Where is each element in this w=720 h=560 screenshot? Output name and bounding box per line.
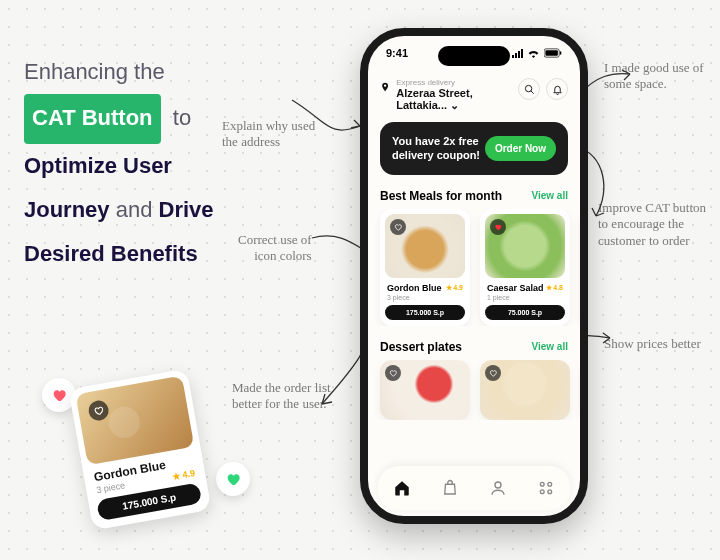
dessert-row[interactable] (368, 360, 580, 420)
meals-row[interactable]: Gordon Blue★4.9 3 piece 175.000 S.p Caes… (368, 209, 580, 326)
section-title-dessert: Dessert plates (380, 340, 462, 354)
status-time: 9:41 (386, 47, 408, 59)
meal-pieces: 3 piece (387, 294, 463, 301)
note-prices: Show prices better (604, 336, 701, 352)
tab-bar (378, 466, 570, 510)
viewall-meals[interactable]: View all (531, 190, 568, 201)
favorite-button[interactable] (490, 219, 506, 235)
svg-point-8 (548, 490, 552, 494)
signal-icon (512, 49, 523, 58)
promo-text: You have 2x freedelivery coupon! (392, 134, 480, 163)
headline-l3c: Drive (159, 197, 214, 222)
headline-l3b: and (110, 197, 159, 222)
meal-image (385, 214, 465, 278)
note-cat: Improve CAT buttonto encourage thecustom… (598, 200, 706, 249)
headline-l1b: to (167, 105, 191, 130)
meal-rating: ★4.8 (546, 284, 563, 292)
bag-icon (441, 479, 459, 497)
svg-point-3 (525, 85, 531, 91)
tab-grid[interactable] (535, 477, 557, 499)
notifications-button[interactable] (546, 78, 568, 100)
heart-chip-green (216, 462, 250, 496)
pin-icon (380, 80, 390, 94)
meal-name: Gordon Blue (387, 283, 442, 293)
user-icon (489, 479, 507, 497)
mini-card-image (75, 376, 194, 466)
tab-profile[interactable] (487, 477, 509, 499)
headline-l2: Optimize User (24, 153, 172, 178)
favorite-button[interactable] (385, 365, 401, 381)
bell-icon (552, 84, 563, 95)
svg-point-7 (540, 490, 544, 494)
dessert-image (380, 360, 470, 420)
svg-rect-1 (545, 50, 557, 56)
search-icon (524, 84, 535, 95)
address-value: Alzeraa Street, Lattakia... (396, 87, 472, 111)
meal-pieces: 1 piece (487, 294, 563, 301)
section-title-meals: Best Meals for month (380, 189, 502, 203)
svg-point-4 (495, 482, 501, 488)
favorite-button[interactable] (485, 365, 501, 381)
address-selector[interactable]: Express delivery Alzeraa Street, Lattaki… (380, 78, 518, 112)
meal-name: Caesar Salad (487, 283, 544, 293)
headline-l1a: Enhancing the (24, 59, 165, 84)
chevron-down-icon: ⌄ (450, 99, 459, 111)
svg-rect-2 (560, 51, 561, 54)
note-icon-colors: Correct use oficon colors (238, 232, 312, 265)
search-button[interactable] (518, 78, 540, 100)
phone-mockup: 9:41 Express delivery Alzeraa Street, La… (360, 28, 588, 524)
grid-icon (537, 479, 555, 497)
meal-card[interactable]: Caesar Salad★4.8 1 piece 75.000 S.p (480, 209, 570, 326)
meal-card[interactable]: Gordon Blue★4.9 3 piece 175.000 S.p (380, 209, 470, 326)
dessert-card[interactable] (380, 360, 470, 420)
meal-rating: ★4.9 (446, 284, 463, 292)
svg-point-5 (540, 482, 544, 486)
mini-product-card[interactable]: Gordon Blue 3 piece ★ 4.9 175.000 S.p (68, 369, 211, 531)
dessert-card[interactable] (480, 360, 570, 420)
note-space: I made good use ofsome space. (604, 60, 704, 93)
meal-price[interactable]: 75.000 S.p (485, 305, 565, 320)
home-icon (393, 479, 411, 497)
dynamic-island (438, 46, 510, 66)
order-now-button[interactable]: Order Now (485, 136, 556, 161)
note-orderlist: Made the order listbetter for the user. (232, 380, 331, 413)
note-address: Explain why usedthe address (222, 118, 315, 151)
promo-banner: You have 2x freedelivery coupon! Order N… (380, 122, 568, 175)
meal-price[interactable]: 175.000 S.p (385, 305, 465, 320)
viewall-dessert[interactable]: View all (531, 341, 568, 352)
delivery-label: Express delivery (396, 78, 518, 87)
heart-icon[interactable] (87, 399, 110, 422)
cat-badge: CAT Button (24, 94, 161, 144)
meal-image (485, 214, 565, 278)
headline-l4: Desired Benefits (24, 241, 198, 266)
wifi-icon (527, 48, 540, 58)
dessert-image (480, 360, 570, 420)
battery-icon (544, 48, 562, 58)
favorite-button[interactable] (390, 219, 406, 235)
headline-l3a: Journey (24, 197, 110, 222)
svg-point-6 (548, 482, 552, 486)
tab-home[interactable] (391, 477, 413, 499)
tab-bag[interactable] (439, 477, 461, 499)
